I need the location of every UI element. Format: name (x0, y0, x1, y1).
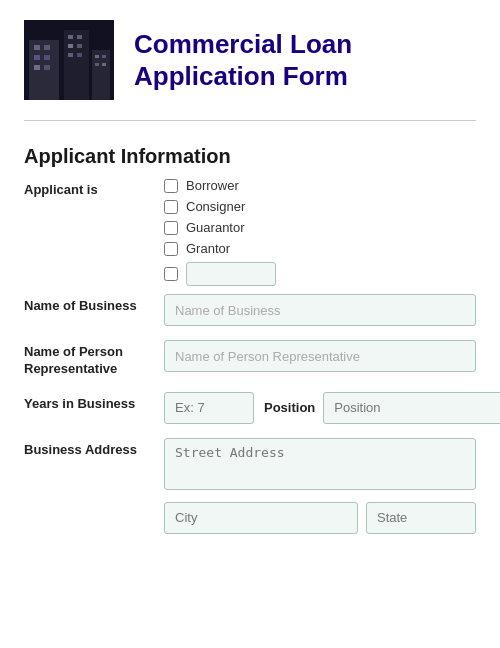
applicant-is-label: Applicant is (24, 178, 164, 199)
header-title: Commercial Loan Application Form (134, 28, 352, 93)
svg-rect-4 (34, 45, 40, 50)
city-input[interactable] (164, 502, 358, 534)
years-in-business-label: Years in Business (24, 392, 164, 413)
name-of-business-row: Name of Business (24, 294, 476, 326)
svg-rect-6 (34, 55, 40, 60)
borrower-checkbox[interactable] (164, 179, 178, 193)
svg-rect-17 (102, 55, 106, 58)
applicant-is-row: Applicant is Borrower Consigner Guaranto… (24, 178, 476, 286)
position-label: Position (264, 400, 315, 415)
name-of-person-label: Name of PersonRepresentative (24, 340, 164, 378)
position-group: Position (264, 392, 500, 424)
name-of-person-controls (164, 340, 476, 372)
svg-rect-10 (68, 35, 73, 39)
other-text-input[interactable] (186, 262, 276, 286)
city-state-row (164, 502, 476, 534)
form-body: Applicant is Borrower Consigner Guaranto… (0, 178, 500, 534)
svg-rect-13 (77, 44, 82, 48)
checkbox-borrower: Borrower (164, 178, 476, 193)
business-address-label: Business Address (24, 438, 164, 459)
street-address-input[interactable] (164, 438, 476, 490)
position-input[interactable] (323, 392, 500, 424)
svg-rect-2 (64, 30, 89, 100)
svg-rect-12 (68, 44, 73, 48)
guarantor-checkbox[interactable] (164, 221, 178, 235)
grantor-checkbox[interactable] (164, 242, 178, 256)
state-input[interactable] (366, 502, 476, 534)
years-in-business-input[interactable] (164, 392, 254, 424)
svg-rect-8 (34, 65, 40, 70)
svg-rect-19 (102, 63, 106, 66)
svg-rect-5 (44, 45, 50, 50)
name-of-business-controls (164, 294, 476, 326)
svg-rect-14 (68, 53, 73, 57)
business-address-row: Business Address (24, 438, 476, 534)
svg-rect-18 (95, 63, 99, 66)
years-position-inline: Position (164, 392, 500, 424)
other-checkbox[interactable] (164, 267, 178, 281)
business-address-controls (164, 438, 476, 534)
years-position-row: Years in Business Position (24, 392, 476, 424)
checkbox-consigner: Consigner (164, 199, 476, 214)
checkbox-guarantor: Guarantor (164, 220, 476, 235)
years-position-controls: Position (164, 392, 500, 424)
svg-rect-11 (77, 35, 82, 39)
page-header: Commercial Loan Application Form (0, 0, 500, 110)
title-line1: Commercial Loan (134, 29, 352, 59)
checkbox-other (164, 262, 476, 286)
borrower-label: Borrower (186, 178, 239, 193)
svg-rect-3 (92, 50, 110, 100)
checkbox-grantor: Grantor (164, 241, 476, 256)
consigner-checkbox[interactable] (164, 200, 178, 214)
name-of-business-input[interactable] (164, 294, 476, 326)
name-of-business-label: Name of Business (24, 294, 164, 315)
svg-rect-15 (77, 53, 82, 57)
title-line2: Application Form (134, 61, 348, 91)
svg-rect-9 (44, 65, 50, 70)
section-title: Applicant Information (0, 131, 500, 178)
consigner-label: Consigner (186, 199, 245, 214)
header-divider (24, 120, 476, 121)
applicant-checkboxes: Borrower Consigner Guarantor Grantor (164, 178, 476, 286)
svg-rect-7 (44, 55, 50, 60)
grantor-label: Grantor (186, 241, 230, 256)
guarantor-label: Guarantor (186, 220, 245, 235)
svg-rect-16 (95, 55, 99, 58)
name-of-person-input[interactable] (164, 340, 476, 372)
name-of-person-row: Name of PersonRepresentative (24, 340, 476, 378)
header-image (24, 20, 114, 100)
